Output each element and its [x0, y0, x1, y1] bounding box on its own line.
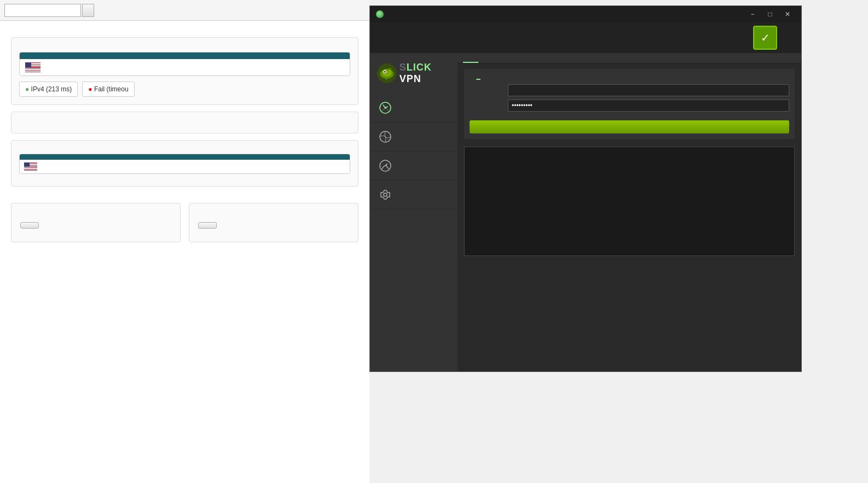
- dns-section: [11, 140, 358, 187]
- fallback-status: Fail (timeou: [94, 85, 129, 93]
- vpn-status-area: ✓: [748, 26, 777, 50]
- sidebar-item-preferences[interactable]: [370, 181, 458, 210]
- vpn-window: − □ ✕ ✓: [369, 5, 802, 372]
- dns-location-row: [20, 160, 350, 173]
- vpn-window-controls: − □ ✕: [744, 9, 796, 20]
- sidebar-item-dashboard[interactable]: [370, 94, 458, 123]
- ip-addresses-section: ● IPv4 (213 ms) ● Fail (timeou: [11, 37, 358, 105]
- vpn-main-panel: [458, 53, 801, 371]
- quick-log-section: [464, 144, 795, 256]
- speed-test-icon: [378, 158, 393, 173]
- vpn-logo-text-area: SLICK VPN: [400, 62, 451, 85]
- ip-address-display: [20, 53, 350, 59]
- sidebar-item-speed-test[interactable]: [370, 152, 458, 181]
- minimize-button[interactable]: −: [744, 9, 761, 20]
- vpn-topbar: ✓: [370, 22, 801, 53]
- maximize-button[interactable]: □: [762, 9, 778, 20]
- browser-search-bar: [0, 0, 369, 21]
- preferences-icon: [378, 187, 393, 202]
- browser-page: ● IPv4 (213 ms) ● Fail (timeou: [0, 0, 369, 483]
- torrent-activate-button[interactable]: [20, 222, 39, 229]
- disconnect-button[interactable]: [470, 120, 789, 133]
- sidebar-item-locations[interactable]: [370, 123, 458, 152]
- pro-badge: [476, 79, 481, 80]
- us-flag-icon: [25, 62, 40, 72]
- password-row: [470, 100, 789, 112]
- webrtc-section: [11, 112, 358, 133]
- search-button[interactable]: [82, 4, 94, 17]
- vpn-topbar-right: ✓: [748, 26, 795, 50]
- intro-text: [11, 26, 358, 31]
- ip-box: [19, 52, 350, 76]
- search-input[interactable]: [4, 4, 81, 17]
- browser-content: ● IPv4 (213 ms) ● Fail (timeou: [0, 21, 369, 197]
- vpn-titlebar: − □ ✕: [370, 6, 801, 22]
- dns-ip-box: [19, 154, 350, 174]
- close-button[interactable]: ✕: [779, 9, 796, 20]
- locations-icon: [378, 129, 393, 144]
- tab-ip-history[interactable]: [478, 53, 494, 63]
- vpn-logo-icon: [377, 62, 397, 85]
- quick-log-content[interactable]: [464, 147, 795, 256]
- dns-flag-icon: [24, 162, 37, 171]
- fallback-test: ● Fail (timeou: [82, 82, 134, 97]
- vpn-icon-circle: [376, 10, 384, 18]
- ipv4-test: ● IPv4 (213 ms): [19, 82, 78, 97]
- vpn-tabs: [458, 53, 801, 63]
- login-section: [464, 69, 795, 139]
- dashboard-icon: [378, 100, 393, 115]
- vpn-app-icon: [375, 10, 384, 19]
- dns-ip-address: [20, 154, 350, 160]
- torrent-section: [11, 203, 181, 242]
- vpn-logo: SLICK VPN: [370, 53, 458, 94]
- browser-tests: ● IPv4 (213 ms) ● Fail (timeou: [19, 82, 350, 97]
- server-location-row: [470, 79, 789, 80]
- geo-activate-button[interactable]: [198, 222, 217, 229]
- fallback-dot: ●: [88, 85, 92, 93]
- geo-section: [189, 203, 358, 242]
- ipv4-status: IPv4 (213 ms): [31, 85, 72, 93]
- tab-full-log[interactable]: [494, 53, 509, 63]
- vpn-sidebar: SLICK VPN: [370, 53, 458, 371]
- username-row: [470, 84, 789, 96]
- vpn-connect-content: [458, 63, 801, 371]
- svg-point-9: [384, 193, 387, 196]
- ipv4-dot: ●: [25, 85, 29, 93]
- username-input[interactable]: [508, 84, 789, 96]
- server-location-value: [472, 79, 481, 80]
- protection-badge: ✓: [753, 26, 777, 50]
- tab-connect[interactable]: [463, 53, 478, 63]
- bottom-sections: [0, 197, 369, 248]
- password-input[interactable]: [508, 100, 789, 112]
- vpn-body: SLICK VPN: [370, 53, 801, 371]
- ip-location-row: [20, 59, 350, 75]
- svg-point-4: [384, 71, 386, 73]
